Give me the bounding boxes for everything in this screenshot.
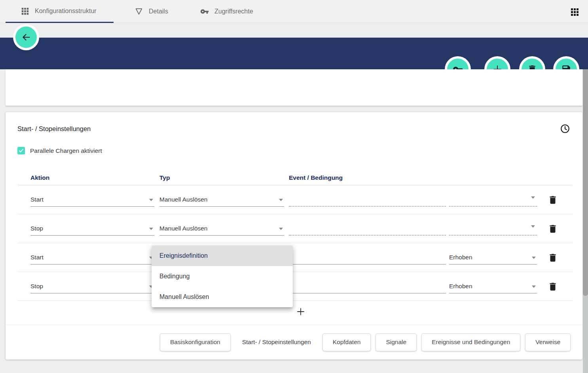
key-icon: [200, 7, 209, 16]
page: Konfigurationsstruktur Details Zugriffsr…: [0, 0, 588, 373]
checkbox-label: Parallele Chargen aktiviert: [30, 147, 102, 154]
footer-button-basiskonfiguration[interactable]: Basiskonfiguration: [160, 333, 231, 351]
column-header-typ: Typ: [159, 174, 170, 181]
mode-select-disabled: [449, 221, 537, 236]
footer-button-signale[interactable]: Signale: [376, 333, 417, 351]
tab-details[interactable]: Details: [135, 0, 168, 23]
row-delete-button[interactable]: [548, 195, 558, 205]
trash-icon: [548, 253, 558, 263]
row-delete-button[interactable]: [548, 224, 558, 234]
typ-select[interactable]: Manuell Auslösen: [159, 221, 284, 236]
chevron-down-icon: [532, 285, 536, 288]
table-row: Stop Erhoben: [17, 272, 573, 301]
footer-nav: Basiskonfiguration Start- / Stopeinstell…: [160, 325, 581, 360]
typ-value: Manuell Auslösen: [159, 225, 208, 232]
tab-label: Details: [149, 8, 168, 15]
chevron-down-icon: [531, 196, 535, 199]
panel-title: Start- / Stopeinstellungen: [17, 125, 91, 133]
typ-select[interactable]: Manuell Auslösen: [159, 192, 284, 207]
menu-item-ereignisdefinition[interactable]: Ereignisdefinition: [152, 245, 293, 266]
tab-label: Konfigurationsstruktur: [35, 8, 97, 15]
event-input-disabled: [289, 221, 446, 236]
aktion-select[interactable]: Start: [30, 249, 154, 265]
parallel-charges-checkbox-row[interactable]: Parallele Chargen aktiviert: [17, 147, 102, 154]
trash-icon: [548, 195, 558, 205]
table-header: Aktion Typ Event / Bedingung: [17, 172, 573, 185]
trash-icon: [548, 224, 558, 234]
row-delete-button[interactable]: [548, 282, 558, 292]
apps-grid-icon[interactable]: [570, 7, 579, 17]
basiskonfiguration-bar: Basiskonfiguration: [6, 69, 582, 106]
column-header-aktion: Aktion: [30, 174, 49, 181]
mode-value: Erhoben: [449, 254, 472, 261]
aktion-select[interactable]: Stop: [30, 221, 154, 236]
aktion-select[interactable]: Stop: [30, 278, 154, 293]
row-delete-button[interactable]: [548, 253, 558, 263]
trash-icon: [548, 282, 558, 292]
mode-select-disabled: [449, 192, 537, 207]
chevron-down-icon: [532, 257, 536, 259]
mode-value: Erhoben: [449, 283, 472, 290]
back-button[interactable]: [15, 27, 37, 48]
table-row: Start Manuell Auslösen: [17, 185, 573, 214]
event-input-disabled: [289, 192, 446, 207]
chevron-down-icon: [279, 199, 283, 201]
typ-value: Manuell Auslösen: [159, 196, 208, 203]
grid-icon: [21, 7, 29, 15]
footer-current-section: Start- / Stopeinstellungen: [235, 339, 318, 346]
typ-dropdown-menu: Ereignisdefinition Bedingung Manuell Aus…: [152, 245, 293, 307]
table-row: Start Erhoben: [17, 243, 573, 272]
menu-item-bedingung[interactable]: Bedingung: [152, 266, 293, 287]
event-input[interactable]: [289, 278, 446, 293]
funnel-icon: [135, 7, 143, 16]
plus-icon: [296, 307, 305, 316]
tab-konfigurationsstruktur[interactable]: Konfigurationsstruktur: [6, 0, 114, 23]
aktion-value: Stop: [30, 283, 43, 290]
mode-select[interactable]: Erhoben: [449, 249, 537, 265]
footer-button-ereignisse-und-bedingungen[interactable]: Ereignisse und Bedingungen: [421, 333, 520, 351]
column-header-event: Event / Bedingung: [289, 174, 343, 181]
aktion-value: Start: [30, 254, 44, 261]
check-icon: [18, 148, 24, 154]
table-row: Stop Manuell Auslösen: [17, 214, 573, 243]
chevron-down-icon: [149, 228, 153, 230]
arrow-left-icon: [21, 32, 31, 42]
top-tab-bar: Konfigurationsstruktur Details Zugriffsr…: [0, 0, 588, 23]
tab-label: Zugriffsrechte: [214, 8, 253, 15]
aktion-select[interactable]: Start: [30, 192, 154, 207]
clock-icon[interactable]: [560, 124, 570, 134]
start-stop-panel: Start- / Stopeinstellungen Parallele Cha…: [6, 112, 582, 360]
vertical-scrollbar[interactable]: [583, 69, 588, 373]
scrollbar-thumb[interactable]: [583, 69, 588, 296]
mode-select[interactable]: Erhoben: [449, 278, 537, 293]
chevron-down-icon: [149, 199, 153, 201]
checkbox-checked[interactable]: [17, 147, 25, 154]
chevron-down-icon: [531, 225, 535, 228]
menu-item-manuell-ausloesen[interactable]: Manuell Auslösen: [152, 287, 293, 307]
footer-button-kopfdaten[interactable]: Kopfdaten: [322, 333, 371, 351]
event-input[interactable]: [289, 249, 446, 265]
chevron-down-icon: [279, 228, 283, 230]
aktion-value: Stop: [30, 225, 43, 232]
aktion-value: Start: [30, 196, 44, 203]
tab-zugriffsrechte[interactable]: Zugriffsrechte: [200, 0, 253, 23]
footer-button-verweise[interactable]: Verweise: [525, 333, 571, 351]
add-row-button[interactable]: [290, 302, 312, 322]
